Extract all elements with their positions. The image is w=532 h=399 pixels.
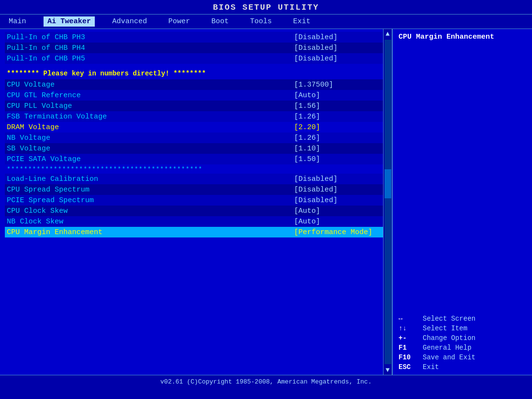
setting-value: [1.56] [294,102,381,110]
setting-name: SB Voltage [7,145,294,153]
menu-item-tools[interactable]: Tools [246,16,276,27]
key-legend-row: ESCExit [399,363,526,371]
setting-row[interactable]: PCIE Spread Spectrum[Disabled] [5,195,383,206]
key-description: Select Screen [423,315,475,323]
scroll-down-arrow[interactable]: ▼ [384,365,392,375]
key-symbol: ESC [399,363,418,371]
setting-name: CPU Voltage [7,81,294,89]
setting-row[interactable]: CPU Margin Enhancement[Performance Mode] [5,227,383,237]
scroll-track[interactable] [384,40,391,364]
setting-value: [Auto] [294,91,381,100]
menu-item-power[interactable]: Power [164,16,194,27]
key-symbol: +- [399,334,418,342]
setting-value: [Disabled] [294,33,381,42]
key-symbol: F10 [399,354,418,361]
key-legend-row: ↑↓Select Item [399,325,526,332]
notice-row: ******** Please key in numbers directly!… [5,68,383,79]
setting-value: [Auto] [294,207,381,215]
setting-name: NB Voltage [7,134,294,142]
setting-name: Pull-In of CHB PH4 [7,44,294,52]
key-legend-row: ↔Select Screen [399,315,526,323]
setting-row[interactable]: DRAM Voltage[2.20] [5,122,383,133]
setting-name: FSB Termination Voltage [7,113,294,121]
key-description: Exit [423,363,439,371]
menu-item-main[interactable]: Main [5,16,30,27]
settings-panel: Pull-In of CHB PH3[Disabled]Pull-In of C… [0,29,383,375]
menu-item-ai-tweaker[interactable]: Ai Tweaker [44,16,95,27]
setting-value: [1.37500] [294,81,381,89]
setting-value: [1.26] [294,134,381,142]
setting-name: CPU Margin Enhancement [7,228,294,236]
key-description: Change Option [423,334,475,342]
setting-name: CPU PLL Voltage [7,102,294,110]
key-legend: ↔Select Screen↑↓Select Item+-Change Opti… [399,315,526,371]
setting-row[interactable]: NB Clock Skew[Auto] [5,216,383,227]
setting-value: [Disabled] [294,55,381,63]
setting-row[interactable]: CPU GTL Reference[Auto] [5,90,383,101]
help-title: CPU Margin Enhancement [399,33,526,41]
setting-value: [Auto] [294,218,381,226]
main-content: Pull-In of CHB PH3[Disabled]Pull-In of C… [0,29,532,375]
scrollbar[interactable]: ▲ ▼ [383,29,392,375]
footer: v02.61 (C)Copyright 1985-2008, American … [0,375,532,387]
setting-value: [1.26] [294,113,381,121]
menu-bar: MainAi TweakerAdvancedPowerBootToolsExit [0,14,532,29]
setting-name: CPU Clock Skew [7,207,294,215]
setting-name: Load-Line Calibration [7,175,294,183]
menu-item-advanced[interactable]: Advanced [108,16,151,27]
setting-row[interactable]: CPU Voltage[1.37500] [5,79,383,90]
setting-row[interactable]: Pull-In of CHB PH3[Disabled] [5,32,383,43]
setting-value: [Performance Mode] [294,228,381,236]
key-legend-row: +-Change Option [399,334,526,342]
setting-value: [1.10] [294,145,381,153]
setting-name: NB Clock Skew [7,218,294,226]
setting-name: Pull-In of CHB PH3 [7,33,294,42]
bios-title: BIOS SETUP UTILITY [0,0,532,14]
key-symbol: F1 [399,344,418,352]
setting-row[interactable]: CPU Spread Spectrum[Disabled] [5,184,383,195]
setting-row[interactable]: Pull-In of CHB PH4[Disabled] [5,43,383,53]
key-description: Save and Exit [423,354,475,361]
scroll-thumb[interactable] [384,169,391,198]
setting-row[interactable]: Pull-In of CHB PH5[Disabled] [5,53,383,64]
setting-row[interactable]: PCIE SATA Voltage[1.50] [5,154,383,164]
right-panel: CPU Margin Enhancement ↔Select Screen↑↓S… [392,29,532,375]
setting-row[interactable]: CPU PLL Voltage[1.56] [5,101,383,111]
setting-row[interactable]: NB Voltage[1.26] [5,133,383,143]
menu-item-boot[interactable]: Boot [207,16,233,27]
key-description: Select Item [423,325,467,332]
setting-name: CPU Spread Spectrum [7,186,294,194]
setting-value: [Disabled] [294,186,381,194]
setting-value: [Disabled] [294,44,381,52]
setting-row[interactable]: FSB Termination Voltage[1.26] [5,111,383,122]
setting-row[interactable]: SB Voltage[1.10] [5,143,383,154]
setting-name: Pull-In of CHB PH5 [7,55,294,63]
scroll-up-arrow[interactable]: ▲ [384,29,392,39]
key-symbol: ↑↓ [399,325,418,332]
key-symbol: ↔ [399,315,418,323]
setting-name: CPU GTL Reference [7,91,294,100]
setting-row[interactable]: CPU Clock Skew[Auto] [5,206,383,216]
setting-name: DRAM Voltage [7,123,294,132]
key-legend-row: F10Save and Exit [399,354,526,361]
setting-value: [1.50] [294,155,381,163]
setting-value: [Disabled] [294,196,381,205]
separator-row: ****************************************… [5,164,383,174]
setting-name: PCIE SATA Voltage [7,155,294,163]
key-description: General Help [423,344,472,352]
setting-name: PCIE Spread Spectrum [7,196,294,205]
setting-value: [2.20] [294,123,381,132]
menu-item-exit[interactable]: Exit [289,16,314,27]
setting-value: [Disabled] [294,175,381,183]
setting-row[interactable]: Load-Line Calibration[Disabled] [5,174,383,184]
key-legend-row: F1General Help [399,344,526,352]
